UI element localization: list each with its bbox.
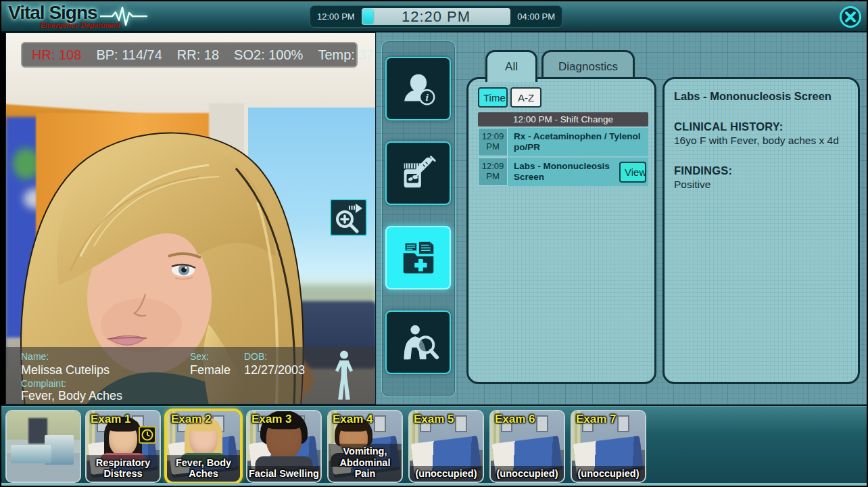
time-slider[interactable]: 12:00 PM 12:20 PM 04:00 PM [310, 5, 562, 28]
medical-folder-icon [397, 237, 439, 279]
record-detail-panel: Labs - Mononucleosis Screen CLINICAL HIS… [662, 77, 860, 384]
waiting-area-scene [7, 411, 80, 482]
view-lab-button[interactable]: View [619, 162, 646, 183]
bottom-edge-strip [1, 483, 867, 486]
blood-pressure-value: BP: 114/74 [96, 47, 162, 63]
svg-text:i: i [425, 91, 429, 103]
exam-room-caption: Fever, Body Aches [167, 455, 240, 482]
sex-label: Sex: [190, 351, 209, 362]
entry-time: 12:09 PM [478, 128, 508, 156]
exam-room-6-thumbnail[interactable]: Exam 6 (unoccupied) [489, 410, 565, 483]
shift-end-time: 04:00 PM [517, 11, 555, 22]
magnifier-arrow-icon [333, 202, 364, 233]
close-button[interactable] [838, 5, 863, 29]
heart-rate-value: HR: 108 [32, 47, 81, 63]
exam-room-label: Exam 7 [576, 413, 617, 426]
exam-room-2-thumbnail[interactable]: Exam 2 Fever, Body Aches [164, 409, 243, 484]
tab-all-label: All [505, 60, 518, 74]
sort-alphabetical-button[interactable]: A-Z [510, 87, 541, 108]
zoom-room-button[interactable] [330, 199, 367, 236]
pill-bottle-syringe-icon [397, 152, 439, 194]
oxygen-saturation-value: SO2: 100% [234, 47, 303, 63]
entry-text: Labs - Mononucleosis Screen [508, 158, 619, 186]
exam-room-5-thumbnail[interactable]: Exam 5 (unoccupied) [408, 410, 484, 483]
exam-room-1-thumbnail[interactable]: Exam 1 Respiratory Distress [85, 410, 161, 483]
clinical-history-label: CLINICAL HISTORY: [674, 120, 848, 133]
patient-complaint: Fever, Body Aches [21, 389, 122, 403]
entry-time: 12:09 PM [478, 158, 508, 186]
findings-label: FINDINGS: [674, 164, 848, 177]
exam-room-3-thumbnail[interactable]: Exam 3 Facial Swelling [246, 410, 322, 483]
exam-room-7-thumbnail[interactable]: Exam 7 (unoccupied) [571, 410, 646, 483]
medications-button[interactable] [385, 141, 451, 205]
exam-room-label: Exam 2 [171, 413, 212, 426]
exam-room-caption: (unoccupied) [572, 466, 645, 482]
patient-name: Melissa Cutelips [21, 363, 110, 377]
patient-sex: Female [190, 363, 231, 377]
respiratory-rate-value: RR: 18 [177, 47, 219, 63]
body-magnifier-icon [397, 321, 439, 363]
exam-room-caption: Facial Swelling [247, 466, 320, 482]
findings-text: Positive [674, 179, 848, 191]
dob-label: DOB: [244, 351, 267, 362]
detail-title: Labs - Mononucleosis Screen [674, 90, 848, 103]
exam-room-4-thumbnail[interactable]: Exam 4 Vomiting, Abdominal Pain [327, 410, 403, 483]
current-time: 12:20 PM [402, 8, 471, 26]
complaint-label: Complaint: [21, 378, 66, 389]
records-region: i [376, 32, 867, 404]
medical-records-button[interactable] [385, 226, 451, 289]
tab-diagnostics-label: Diagnostics [558, 60, 618, 74]
exam-room-caption: Respiratory Distress [87, 455, 160, 482]
body-silhouette-icon [331, 350, 358, 402]
patient-info-button[interactable]: i [385, 57, 451, 120]
clinical-history-text: 16yo F with Fever, body aches x 4d [674, 135, 848, 147]
name-label: Name: [21, 351, 49, 362]
patient-camera-view: HR: 108 BP: 114/74 RR: 18 SO2: 100% Temp… [5, 32, 376, 404]
exam-room-caption: Vomiting, Abdominal Pain [329, 444, 402, 482]
close-icon [838, 5, 863, 29]
exam-room-label: Exam 6 [495, 413, 535, 426]
tab-all[interactable]: All [485, 50, 537, 82]
exam-room-caption: (unoccupied) [491, 466, 564, 482]
temperature-value: Temp: 37.8 C [318, 47, 376, 63]
exam-room-label: Exam 5 [414, 413, 454, 426]
records-list-panel: Time A-Z 12:00 PM - Shift Change 12:09 P… [466, 77, 656, 384]
exam-room-label: Exam 1 [91, 413, 131, 426]
exam-room-label: Exam 3 [251, 413, 292, 426]
person-info-icon: i [397, 68, 439, 110]
record-entry-labs[interactable]: 12:09 PM Labs - Mononucleosis Screen Vie… [478, 158, 648, 186]
waiting-area-thumbnail[interactable] [5, 410, 81, 483]
time-slider-track[interactable]: 12:20 PM [362, 8, 511, 25]
action-toolbar: i [382, 41, 455, 396]
exam-room-bar: Exam 1 Respiratory Distress Exam 2 Fever… [1, 404, 867, 484]
physical-exam-button[interactable] [385, 310, 451, 374]
time-slider-handle[interactable] [363, 9, 373, 24]
entry-text: Rx - Acetaminophen / Tylenol po/PR [508, 128, 648, 156]
record-entry-rx[interactable]: 12:09 PM Rx - Acetaminophen / Tylenol po… [478, 128, 648, 156]
exam-room-label: Exam 4 [333, 413, 373, 426]
vitals-bar: HR: 108 BP: 114/74 RR: 18 SO2: 100% Temp… [21, 42, 358, 68]
shift-start-time: 12:00 PM [317, 11, 355, 22]
sort-by-time-button[interactable]: Time [478, 87, 508, 108]
patient-info-bar: Name: Melissa Cutelips Sex: Female DOB: … [6, 347, 376, 404]
top-bar: Vital Signs Emergency Department 12:00 P… [1, 1, 867, 32]
timer-icon [139, 426, 156, 444]
shift-change-header: 12:00 PM - Shift Change [478, 112, 648, 126]
exam-room-caption: (unoccupied) [410, 466, 483, 482]
vital-signs-window: Vital Signs Emergency Department 12:00 P… [0, 0, 868, 487]
patient-dob: 12/27/2003 [244, 363, 305, 377]
app-subtitle: Emergency Department [41, 21, 120, 29]
